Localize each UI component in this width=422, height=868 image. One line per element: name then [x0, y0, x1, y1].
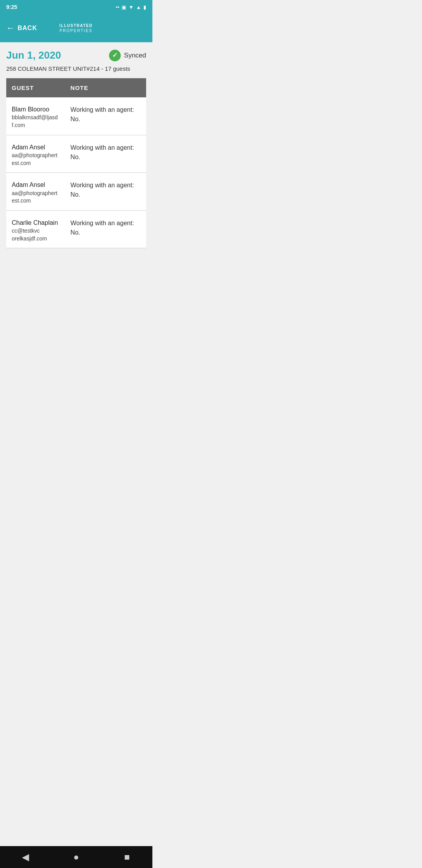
network-icon: ▲ [136, 4, 141, 10]
date-sync-row: Jun 1, 2020 ✓ Synced [6, 49, 146, 61]
sync-badge: ✓ Synced [109, 50, 146, 61]
battery-icon: ▮ [143, 4, 146, 10]
table-header: GUEST NOTE [6, 78, 146, 97]
note-cell: Working with an agent: No. [65, 135, 146, 173]
guest-cell: Blam Blooroobblalkmsadf@ljasdf.com [6, 97, 65, 135]
status-bar: 9:25 •• ▣ ▼ ▲ ▮ [0, 0, 152, 14]
back-arrow-icon: ← [6, 24, 15, 32]
guest-cell: Adam Anselaa@photographertest.com [6, 135, 65, 173]
guest-email: aa@photographertest.com [12, 190, 59, 205]
guest-name: Charlie Chaplain [12, 219, 59, 227]
note-text: Working with an agent: No. [70, 220, 134, 236]
note-text: Working with an agent: No. [70, 144, 134, 160]
back-button[interactable]: ← BACK [6, 24, 37, 32]
toolbar-logo: ILLUSTRATED PROPERTIES [41, 23, 111, 33]
note-cell: Working with an agent: No. [65, 173, 146, 211]
col-note: NOTE [65, 78, 146, 97]
table-row: Charlie Chaplaincc@testkvc orelkasjdf.co… [6, 210, 146, 248]
guest-name: Adam Ansel [12, 181, 59, 189]
guest-table: GUEST NOTE Blam Blooroobblalkmsadf@ljasd… [6, 78, 146, 248]
note-cell: Working with an agent: No. [65, 97, 146, 135]
guest-email: bblalkmsadf@ljasdf.com [12, 114, 59, 129]
guest-name: Adam Ansel [12, 143, 59, 152]
note-cell: Working with an agent: No. [65, 210, 146, 248]
guest-cell: Adam Anselaa@photographertest.com [6, 173, 65, 211]
logo-line2: PROPERTIES [59, 29, 92, 33]
note-text: Working with an agent: No. [70, 182, 134, 198]
table-row: Adam Anselaa@photographertest.comWorking… [6, 135, 146, 173]
wifi-icon: ▼ [129, 4, 134, 10]
date-label: Jun 1, 2020 [6, 49, 61, 61]
toolbar: ← BACK ILLUSTRATED PROPERTIES [0, 14, 152, 42]
synced-icon: ✓ [109, 50, 121, 61]
logo-line1: ILLUSTRATED [59, 23, 93, 28]
note-text: Working with an agent: No. [70, 106, 134, 122]
logo-text: ILLUSTRATED PROPERTIES [59, 23, 93, 33]
sync-label: Synced [124, 52, 146, 59]
guest-name: Blam Blooroo [12, 105, 59, 114]
back-label: BACK [18, 25, 37, 32]
guest-email: aa@photographertest.com [12, 152, 59, 167]
table-row: Adam Anselaa@photographertest.comWorking… [6, 173, 146, 211]
content-area: Jun 1, 2020 ✓ Synced 258 COLEMAN STREET … [0, 42, 152, 248]
col-guest: GUEST [6, 78, 65, 97]
status-time: 9:25 [6, 4, 17, 10]
guest-cell: Charlie Chaplaincc@testkvc orelkasjdf.co… [6, 210, 65, 248]
guest-email: cc@testkvc orelkasjdf.com [12, 227, 59, 242]
status-icons: •• ▣ ▼ ▲ ▮ [116, 4, 146, 10]
signal-icon: •• [116, 4, 119, 10]
address-line: 258 COLEMAN STREET UNIT#214 - 17 guests [6, 65, 146, 72]
table-row: Blam Blooroobblalkmsadf@ljasdf.comWorkin… [6, 97, 146, 135]
sim-icon: ▣ [122, 4, 126, 10]
